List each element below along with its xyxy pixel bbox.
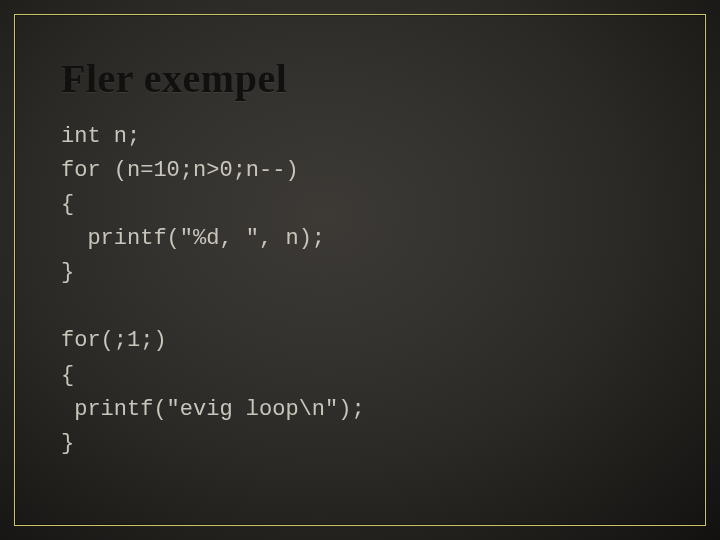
code-spacer	[61, 290, 659, 324]
slide-content: Fler exempel int n; for (n=10;n>0;n--) {…	[15, 15, 705, 461]
code-block-1: int n; for (n=10;n>0;n--) { printf("%d, …	[61, 120, 659, 290]
code-block-2: for(;1;) { printf("evig loop\n"); }	[61, 324, 659, 460]
slide-frame: Fler exempel int n; for (n=10;n>0;n--) {…	[14, 14, 706, 526]
slide-title: Fler exempel	[61, 55, 659, 102]
